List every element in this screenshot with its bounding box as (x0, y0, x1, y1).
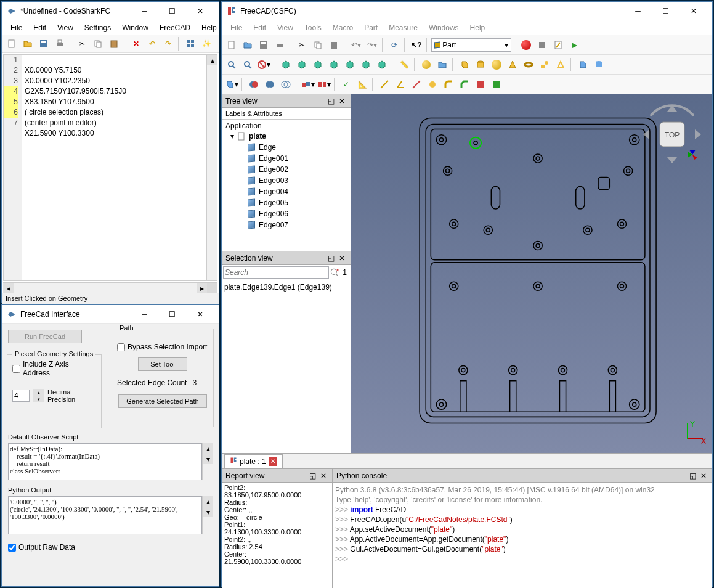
part-fillet-icon[interactable] (441, 77, 456, 92)
part-torus-icon[interactable] (521, 57, 536, 72)
new-icon[interactable] (4, 36, 19, 51)
part-mirror-icon[interactable] (591, 57, 606, 72)
split-icon[interactable]: ▾ (317, 77, 331, 92)
redo-icon[interactable]: ↷ (161, 36, 176, 51)
include-z-checkbox[interactable]: Include Z Axis Address (12, 360, 96, 377)
hscroll[interactable]: ◂▸ (3, 282, 217, 293)
menu-file[interactable]: File (6, 22, 27, 33)
tree-item[interactable]: Edge002 (223, 164, 349, 175)
grid-icon[interactable] (183, 36, 198, 51)
minimize-button[interactable]: ─ (131, 2, 158, 20)
refresh-icon[interactable]: ⟳ (387, 38, 402, 52)
python-console[interactable]: Python 3.6.8 (v3.6.8:3c6b436a57, Mar 26 … (333, 483, 712, 588)
maximize-button[interactable]: ☐ (158, 2, 186, 20)
menu-window[interactable]: Window (117, 22, 153, 33)
minimize-button[interactable]: ─ (624, 2, 652, 20)
join-connect-icon[interactable]: ▾ (301, 77, 315, 92)
generate-path-button[interactable]: Generate Selected Path (118, 394, 206, 408)
draw-style-icon[interactable]: ▾ (256, 57, 271, 72)
menu-help[interactable]: Help (197, 22, 222, 33)
tree-item[interactable]: Edge006 (223, 208, 349, 219)
selection-search-input[interactable] (223, 266, 329, 279)
undo-icon[interactable]: ↶▾ (349, 38, 363, 52)
python-output-textarea[interactable]: '0.0000', '', '', '', '') ('circle', '24… (8, 496, 202, 534)
whatsthis-icon[interactable]: ↖? (409, 38, 424, 52)
navigation-cube[interactable]: TOP (638, 100, 706, 168)
close-panel-icon[interactable]: ✕ (337, 96, 347, 106)
set-tool-button[interactable]: Set Tool (138, 357, 187, 371)
menu-settings[interactable]: Settings (79, 22, 116, 33)
tree-item[interactable]: Edge (223, 142, 349, 153)
open-icon[interactable] (240, 38, 255, 52)
menu-file[interactable]: File (225, 22, 247, 33)
bool-union-icon[interactable] (262, 77, 277, 92)
measure-distance-icon[interactable]: 📏 (397, 57, 412, 72)
float-icon[interactable]: ◱ (326, 96, 336, 106)
close-button[interactable]: ✕ (186, 2, 214, 20)
spin-up[interactable]: ▴ (33, 389, 44, 396)
part-primitives-icon[interactable] (537, 57, 552, 72)
float-icon[interactable]: ◱ (307, 471, 317, 481)
workbench-combo[interactable]: Part▾ (431, 38, 511, 52)
run-macro-icon[interactable]: ▶ (567, 38, 582, 52)
tree-item[interactable]: Edge005 (223, 197, 349, 208)
spin-down[interactable]: ▾ (33, 396, 44, 402)
part-chamfer-icon[interactable] (457, 77, 472, 92)
bool-compound-icon[interactable]: ▾ (224, 77, 239, 92)
tree-item[interactable]: Edge003 (223, 175, 349, 186)
close-button[interactable]: ✕ (680, 2, 707, 20)
view-right-icon[interactable] (327, 57, 341, 72)
part-sphere-icon[interactable] (489, 57, 504, 72)
menu-measure[interactable]: Measure (384, 22, 423, 33)
cut-icon[interactable]: ✂ (75, 36, 89, 51)
print-icon[interactable] (52, 36, 67, 51)
code-editor[interactable]: 123 456 7 X0.0000 Y5.7150X0.0000 Y102.23… (3, 54, 217, 281)
record-macro-icon[interactable] (519, 38, 533, 52)
toggle-delta-icon[interactable] (489, 77, 504, 92)
part-extrude-icon[interactable] (419, 57, 434, 72)
minimize-button[interactable]: ─ (131, 305, 158, 324)
measure-linear-icon[interactable] (377, 77, 392, 92)
save-icon[interactable] (256, 38, 271, 52)
menu-view[interactable]: View (272, 22, 298, 33)
measure-toggle-icon[interactable] (425, 77, 440, 92)
close-panel-icon[interactable]: ✕ (337, 253, 347, 263)
bool-cut-icon[interactable] (246, 77, 261, 92)
view-left-icon[interactable] (375, 57, 389, 72)
measure-clear-icon[interactable] (409, 77, 424, 92)
macros-icon[interactable] (551, 38, 566, 52)
document-tab[interactable]: plate : 1 ✕ (224, 454, 283, 468)
output-raw-data-checkbox[interactable]: Output Raw Data (8, 543, 213, 552)
folder-icon[interactable] (435, 57, 450, 72)
part-box-icon[interactable] (457, 57, 472, 72)
run-freecad-button[interactable]: Run FreeCad (8, 330, 82, 343)
3d-viewport[interactable]: TOP YX (351, 94, 712, 453)
wand-icon[interactable]: ✨ (199, 36, 214, 51)
maximize-button[interactable]: ☐ (158, 305, 186, 324)
zoom-fit-icon[interactable] (224, 57, 239, 72)
menu-view[interactable]: View (52, 22, 78, 33)
menu-windows[interactable]: Windows (424, 22, 464, 33)
part-shapebuilder-icon[interactable] (553, 57, 568, 72)
paste-icon[interactable] (107, 36, 121, 51)
bypass-checkbox[interactable]: Bypass Selection Import (117, 343, 208, 351)
float-icon[interactable]: ◱ (688, 471, 697, 481)
cut-icon[interactable]: ✂ (294, 38, 309, 52)
close-panel-icon[interactable]: ✕ (318, 471, 328, 481)
vscroll[interactable]: ▴▾ (202, 443, 213, 480)
vscroll[interactable]: ▴▾ (202, 496, 213, 534)
redo-icon[interactable]: ↷▾ (365, 38, 379, 52)
view-top-icon[interactable] (310, 57, 325, 72)
delete-icon[interactable]: ✕ (129, 36, 144, 51)
maximize-button[interactable]: ☐ (652, 2, 680, 20)
menu-freecad[interactable]: FreeCAD (155, 22, 195, 33)
tree-item[interactable]: Edge001 (223, 153, 349, 164)
search-clear-icon[interactable] (329, 267, 340, 278)
selection-list[interactable]: plate.Edge139.Edge1 (Edge139) (222, 280, 351, 453)
copy-icon[interactable] (91, 36, 105, 51)
toggle-3d-icon[interactable] (473, 77, 488, 92)
view-iso-icon[interactable] (278, 57, 293, 72)
observer-script-textarea[interactable]: def MyStr(InData): result = '{:.4f}'.for… (8, 443, 202, 480)
tree-doc-node[interactable]: ▾plate (223, 131, 349, 142)
paste-icon[interactable] (327, 38, 341, 52)
